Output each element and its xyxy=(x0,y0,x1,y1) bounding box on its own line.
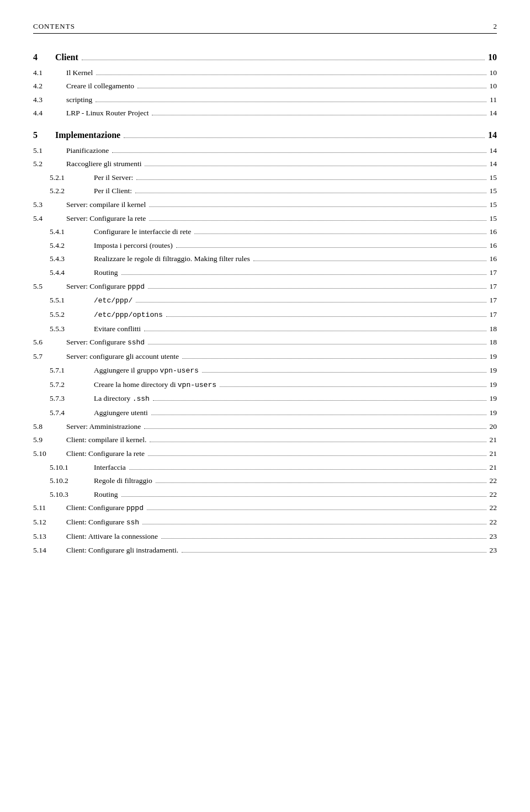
subsection-number: 5.4.3 xyxy=(50,253,94,265)
subsection-number: 5.10.1 xyxy=(50,461,94,474)
section-number: 4.1 xyxy=(33,67,66,79)
toc-entry: 5.7.2Creare la home directory di vpn-use… xyxy=(33,379,497,391)
section-title-code: ssh xyxy=(126,518,139,527)
section-number: 5.4 xyxy=(33,213,66,225)
section-title: Client: Configurare gli instradamenti. xyxy=(66,544,178,556)
subsection-page: 22 xyxy=(490,489,497,501)
section-title: Client: Configurare pppd xyxy=(66,502,144,514)
section-title: Client: Configurare ssh xyxy=(66,516,139,529)
toc-dots xyxy=(144,428,486,429)
toc-container: 4Client104.1Il Kernel104.2Creare il coll… xyxy=(33,50,497,556)
toc-dots xyxy=(136,179,486,180)
toc-dots xyxy=(144,331,486,331)
subsection-page: 17 xyxy=(490,309,497,321)
subsection-title-code: vpn-users xyxy=(178,381,216,389)
subsection-page: 17 xyxy=(490,294,497,306)
toc-entry: 5.7.4Aggiungere utenti19 xyxy=(33,407,497,419)
toc-entry: 5.4.3Realizzare le regole di filtraggio.… xyxy=(33,253,497,265)
toc-entry: 5.4Server: Configurare la rete15 xyxy=(33,213,497,225)
section-page: 15 xyxy=(490,199,497,211)
toc-entry: 5.5.1/etc/ppp/17 xyxy=(33,294,497,307)
toc-dots xyxy=(202,372,486,373)
toc-dots xyxy=(220,386,486,387)
toc-entry: 5.5.3Evitare conflitti18 xyxy=(33,323,497,335)
subsection-number: 5.7.4 xyxy=(50,407,94,419)
toc-entry: 5.2Raccogliere gli strumenti14 xyxy=(33,158,497,170)
header-page: 2 xyxy=(494,22,497,31)
section-number: 5.6 xyxy=(33,336,66,348)
section-number: 4.4 xyxy=(33,107,66,119)
section-page: 14 xyxy=(490,158,497,170)
subsection-page: 19 xyxy=(490,364,497,376)
subsection-title: Regole di filtraggio xyxy=(94,475,152,487)
toc-dots xyxy=(129,469,486,470)
toc-dots xyxy=(253,261,486,261)
toc-entry: 5.10.2Regole di filtraggio22 xyxy=(33,475,497,487)
toc-dots xyxy=(147,510,486,510)
subsection-number: 5.5.2 xyxy=(50,309,94,321)
section-page: 17 xyxy=(490,280,497,293)
toc-entry: 5.13Client: Attivare la connessione23 xyxy=(33,530,497,543)
section-number: 5.2 xyxy=(33,158,66,170)
chapter-title: Implementazione xyxy=(55,128,120,142)
section-title: Server: compilare il kernel xyxy=(66,199,146,211)
subsection-page: 15 xyxy=(490,185,497,197)
toc-entry: 5.7.1Aggiungere il gruppo vpn-users19 xyxy=(33,364,497,377)
toc-entry: 5.2.2Per il Client:15 xyxy=(33,185,497,197)
section-page: 22 xyxy=(490,516,497,528)
toc-dots xyxy=(136,302,486,302)
section-number: 5.14 xyxy=(33,544,66,556)
subsection-title: Per il Client: xyxy=(94,185,132,197)
subsection-title: /etc/ppp/options xyxy=(94,309,163,321)
section-title-code: sshd xyxy=(128,338,145,347)
header-title: CONTENTS xyxy=(33,22,75,31)
section-title: Il Kernel xyxy=(66,67,93,79)
subsection-number: 5.7.2 xyxy=(50,379,94,391)
subsection-title: Aggiungere utenti xyxy=(94,407,148,419)
subsection-title-code: /etc/ppp/options xyxy=(94,311,163,319)
section-page: 14 xyxy=(490,107,497,119)
subsection-number: 5.2.1 xyxy=(50,172,94,184)
toc-dots xyxy=(96,75,486,75)
section-number: 5.8 xyxy=(33,421,66,433)
section-title: Creare il collegamento xyxy=(66,80,134,92)
section-title: Client: Attivare la connessione xyxy=(66,530,158,543)
toc-entry: 4.3scripting11 xyxy=(33,94,497,106)
toc-dots xyxy=(152,115,486,115)
section-page: 10 xyxy=(490,80,497,92)
toc-entry: 5.4.1Configurare le interfaccie di rete1… xyxy=(33,226,497,238)
section-number: 5.11 xyxy=(33,502,66,514)
subsection-title: Routing xyxy=(94,489,118,501)
toc-entry: 4.2Creare il collegamento10 xyxy=(33,80,497,92)
subsection-number: 5.5.1 xyxy=(50,294,94,306)
subsection-page: 18 xyxy=(490,323,497,335)
section-number: 5.12 xyxy=(33,516,66,528)
toc-entry: 5.8Server: Amministrazione20 xyxy=(33,421,497,433)
subsection-title-code: vpn-users xyxy=(160,367,199,375)
toc-dots xyxy=(121,274,486,275)
toc-dots xyxy=(153,400,486,401)
subsection-number: 5.7.1 xyxy=(50,364,94,376)
section-page: 11 xyxy=(490,94,497,106)
toc-entry: 5.10.3Routing22 xyxy=(33,489,497,501)
section-page: 23 xyxy=(490,544,497,556)
toc-entry: 4Client10 xyxy=(33,50,497,65)
section-title: scripting xyxy=(66,94,92,106)
section-page: 22 xyxy=(490,502,497,514)
section-title-code: pppd xyxy=(128,283,145,291)
section-title: Pianificazione xyxy=(66,145,109,157)
toc-dots xyxy=(149,206,486,207)
toc-entry: 5.10.1Interfaccia21 xyxy=(33,461,497,474)
toc-dots xyxy=(149,220,486,221)
subsection-page: 16 xyxy=(490,226,497,238)
section-number: 5.13 xyxy=(33,530,66,543)
toc-dots xyxy=(137,88,486,88)
section-number: 5.5 xyxy=(33,280,66,293)
section-number: 5.10 xyxy=(33,448,66,460)
toc-dots xyxy=(156,482,486,483)
section-number: 5.3 xyxy=(33,199,66,211)
subsection-page: 19 xyxy=(490,407,497,419)
section-page: 14 xyxy=(490,145,497,157)
subsection-number: 5.2.2 xyxy=(50,185,94,197)
subsection-number: 5.10.3 xyxy=(50,489,94,501)
